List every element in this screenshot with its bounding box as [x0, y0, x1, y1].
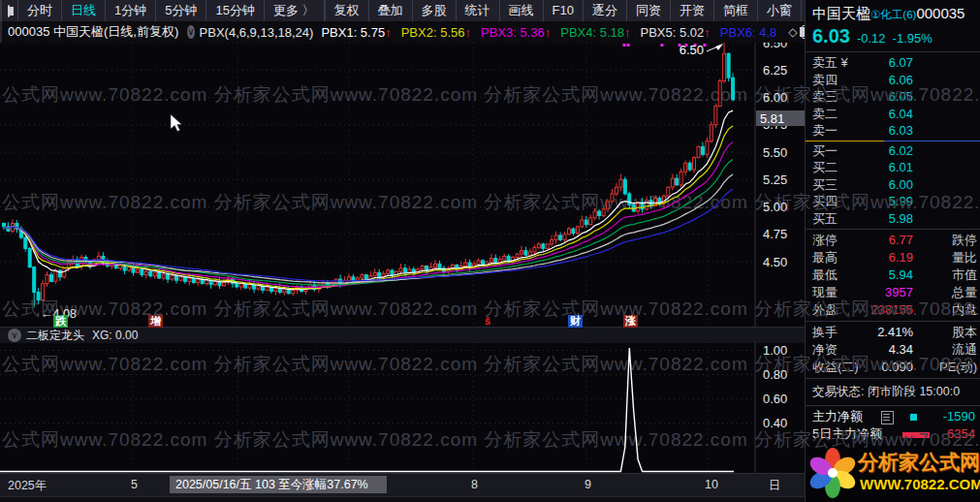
ask-row-2[interactable]: 卖四6.06: [806, 72, 980, 89]
signal-subchart[interactable]: 分析家公式网www.70822.com 分析家公式网www.70822.com …: [0, 342, 805, 473]
pbx-value-2: PBX2: 5.56↑: [401, 25, 471, 40]
bid-row-4[interactable]: 买四5.99: [806, 193, 980, 210]
indicator-bar: 000035 中国天楹(日线,前复权) ∨ PBX(4,6,9,13,18,24…: [0, 21, 806, 43]
svg-text:5.81: 5.81: [760, 111, 784, 126]
svg-text:4.50: 4.50: [763, 255, 787, 269]
tab-更多 〉[interactable]: 更多 〉: [264, 0, 324, 21]
ask-row-5[interactable]: 卖一6.03: [806, 122, 980, 140]
bid-row-2[interactable]: 买二6.01: [806, 159, 980, 176]
stock-code: 000035: [916, 5, 964, 21]
money-flow-row-2: 5日主力净额6354: [806, 425, 980, 443]
svg-text:1.00: 1.00: [763, 343, 787, 358]
mouse-cursor-icon: [171, 114, 182, 132]
trading-status: 交易状态: 闭市阶段 15:00:0: [806, 381, 980, 403]
event-marker-涨[interactable]: 涨: [623, 315, 638, 328]
top-toolbar: 分时日线1分钟5分钟15分钟更多 〉 复权叠加多股统计画线F10逐分同资开资简框…: [0, 0, 806, 21]
ask-rows: 卖五 ¥6.07卖四6.06卖三6.05卖二6.04卖一6.03: [806, 54, 980, 140]
chevron-down-icon[interactable]: ∨: [187, 25, 194, 39]
info-row-1: 涨停6.77跌停: [806, 232, 980, 249]
tab-1分钟[interactable]: 1分钟: [105, 0, 155, 21]
toolbar-button-画线[interactable]: 画线: [499, 0, 543, 21]
svg-text:5.00: 5.00: [763, 200, 787, 214]
svg-text:0.40: 0.40: [763, 416, 787, 430]
sidebar-toggle-icon[interactable]: [8, 5, 10, 17]
svg-text:5.50: 5.50: [763, 145, 787, 160]
main-chart-svg[interactable]: 6.506.256.005.755.505.255.004.754.506.50…: [0, 43, 805, 327]
x-axis-label-8: 8: [471, 478, 478, 491]
divider: [806, 321, 980, 322]
x-axis-label-2025年: 2025年: [8, 478, 47, 494]
x-axis-bar[interactable]: 2025年58910日2025/05/16/五 103 至今涨幅37.67%: [0, 473, 805, 497]
tab-日线[interactable]: 日线: [61, 0, 105, 21]
symbol-title: 000035 中国天楹(日线,前复权): [8, 23, 178, 41]
subchart-header: ∨ 二板定龙头 XG: 0.00: [0, 327, 805, 343]
toolbar-button-小窗[interactable]: 小窗: [757, 0, 801, 21]
price-row: 6.03-0.12-1.95%: [806, 23, 980, 49]
cyan-square-legend: [910, 414, 917, 421]
subchart-name: 二板定龙头: [26, 328, 84, 344]
chevron-down-icon[interactable]: ∨: [8, 329, 21, 342]
svg-text:5.25: 5.25: [763, 173, 787, 187]
ask-row-1[interactable]: 卖五 ¥6.07: [806, 54, 980, 72]
detail-list-icon[interactable]: [881, 411, 894, 424]
pbx-values: PBX1: 5.75↑PBX2: 5.56↑PBX3: 5.36↑PBX4: 5…: [321, 25, 786, 40]
svg-text:0.60: 0.60: [763, 392, 787, 406]
stock-name: 中国天楹: [812, 5, 870, 21]
subchart-xg-value: XG: 0.00: [92, 329, 138, 342]
toolbar-button-逐分[interactable]: 逐分: [583, 0, 626, 21]
pbx-value-1: PBX1: 5.75↑: [321, 25, 391, 40]
svg-text:6.50: 6.50: [680, 43, 704, 57]
ask-row-4[interactable]: 卖二6.04: [806, 106, 980, 123]
industry-tag[interactable]: ①化工(6): [870, 9, 916, 20]
event-marker-增[interactable]: 增: [148, 315, 163, 328]
toolbar-button-同资[interactable]: 同资: [626, 0, 670, 21]
toolbar-button-开资[interactable]: 开资: [670, 0, 713, 21]
money-flow-rows: 主力净额-15905日主力净额6354: [806, 408, 980, 443]
stock-app-window: 分时日线1分钟5分钟15分钟更多 〉 复权叠加多股统计画线F10逐分同资开资简框…: [0, 0, 980, 502]
svg-text:6.00: 6.00: [763, 90, 787, 105]
bid-row-3[interactable]: 买三6.00: [806, 176, 980, 194]
indicator-formula: PBX(4,6,9,13,18,24): [200, 25, 314, 40]
toolbar-button-多股[interactable]: 多股: [412, 0, 456, 21]
red-bar-legend: [902, 432, 930, 438]
price-change: -0.12: [857, 31, 886, 46]
toolbar-button-统计[interactable]: 统计: [456, 0, 499, 21]
toolbar-button-简框[interactable]: 简框: [713, 0, 757, 21]
divider: [806, 405, 980, 406]
quote-panel: 中国天楹①化工(6)000035 6.03-0.12-1.95% 卖五 ¥6.0…: [805, 0, 980, 502]
toolbar-button-复权[interactable]: 复权: [325, 0, 368, 21]
bid-rows: 买一6.02买二6.01买三6.00买四5.99买五5.98: [806, 142, 980, 228]
pbx-value-5: PBX5: 5.02↑: [641, 25, 711, 40]
toolbar-button-叠加[interactable]: 叠加: [368, 0, 412, 21]
last-price: 6.03: [812, 25, 850, 47]
tab-5分钟[interactable]: 5分钟: [155, 0, 205, 21]
bid-row-5[interactable]: 买五5.98: [806, 210, 980, 228]
pbx-value-3: PBX3: 5.36↑: [481, 25, 551, 40]
sub-chart-svg[interactable]: 1.000.800.600.40: [0, 342, 805, 473]
price-change-pct: -1.95%: [893, 31, 933, 46]
diamond-icon[interactable]: ◇: [788, 25, 797, 39]
event-marker-财[interactable]: 财: [568, 315, 583, 328]
event-marker-ŝ[interactable]: ŝ: [483, 315, 492, 328]
svg-text:4.75: 4.75: [763, 227, 787, 241]
svg-text:0.80: 0.80: [763, 367, 787, 382]
tab-15分钟[interactable]: 15分钟: [205, 0, 263, 21]
bid-row-1[interactable]: 买一6.02: [806, 142, 980, 160]
main-candlestick-chart[interactable]: 分析家公式网www.70822.com 分析家公式网www.70822.com …: [0, 43, 805, 327]
event-marker-跌[interactable]: 跌: [53, 315, 68, 328]
fund-row-2: 净资4.34流通: [806, 341, 980, 359]
bottom-strip: [0, 496, 805, 502]
x-axis-label-9: 9: [585, 478, 591, 491]
svg-text:6.50: 6.50: [763, 43, 787, 50]
ask-row-3[interactable]: 卖三6.05: [806, 88, 980, 106]
toolbar-button-F10[interactable]: F10: [543, 0, 583, 21]
logo-text-url: WWW.70822.COM: [860, 476, 980, 492]
tab-分时[interactable]: 分时: [17, 0, 61, 21]
divider: [806, 378, 980, 379]
svg-text:6.25: 6.25: [763, 63, 787, 78]
info-row-2: 最高6.19量比: [806, 249, 980, 267]
info-row-4: 现量3957总量: [806, 284, 980, 301]
pbx-value-4: PBX4: 5.18↑: [560, 25, 630, 40]
info-row-3: 最低5.94市值: [806, 267, 980, 284]
stock-name-row: 中国天楹①化工(6)000035: [806, 0, 980, 23]
